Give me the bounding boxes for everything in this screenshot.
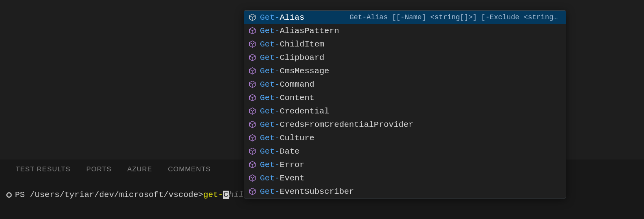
suggest-label: Get-AliasPattern — [260, 26, 339, 35]
suggest-item[interactable]: Get-Clipboard — [244, 51, 566, 64]
suggest-item[interactable]: Get-Credential — [244, 104, 566, 118]
suggest-label: Get-EventSubscriber — [260, 187, 354, 196]
suggest-label: Get-Clipboard — [260, 53, 324, 62]
suggest-item[interactable]: Get-Content — [244, 91, 566, 104]
suggest-label: Get-Error — [260, 160, 304, 169]
suggest-item[interactable]: Get-Date — [244, 145, 566, 158]
panel-tab-comments[interactable]: COMMENTS — [168, 165, 211, 173]
method-icon — [248, 134, 257, 142]
panel-tab-ports[interactable]: PORTS — [86, 165, 111, 173]
suggest-label: Get-Credential — [260, 107, 329, 116]
suggest-item[interactable]: Get-CmsMessage — [244, 64, 566, 78]
suggest-label: Get-Command — [260, 80, 315, 89]
suggest-item[interactable]: Get-AliasPattern — [244, 24, 566, 37]
panel-tab-azure[interactable]: AZURE — [127, 165, 153, 173]
suggest-item[interactable]: Get-Event — [244, 171, 566, 185]
suggest-item[interactable]: Get-AliasGet-Alias [[-Name] <string[]>] … — [244, 11, 566, 24]
suggest-label: Get-Content — [260, 93, 315, 102]
suggest-label: Get-Date — [260, 147, 300, 156]
method-icon — [248, 67, 257, 75]
terminal-cursor: C — [223, 191, 229, 199]
suggest-label: Get-Alias — [260, 13, 304, 22]
method-icon — [248, 147, 257, 156]
method-icon — [248, 80, 257, 89]
terminal-input-typed: get- — [203, 191, 223, 199]
method-icon — [248, 174, 257, 182]
suggest-item[interactable]: Get-ChildItem — [244, 37, 566, 51]
suggest-label: Get-Event — [260, 174, 304, 183]
method-icon — [248, 26, 257, 35]
suggest-list[interactable]: Get-AliasGet-Alias [[-Name] <string[]>] … — [244, 11, 566, 198]
suggest-label: Get-CredsFromCredentialProvider — [260, 120, 414, 129]
suggest-item[interactable]: Get-CredsFromCredentialProvider — [244, 118, 566, 131]
suggest-label: Get-CmsMessage — [260, 67, 329, 76]
method-icon — [248, 53, 257, 62]
suggest-widget: Get-AliasGet-Alias [[-Name] <string[]>] … — [244, 10, 566, 199]
method-icon — [248, 13, 257, 22]
terminal-prompt: PS /Users/tyriar/dev/microsoft/vscode> — [15, 191, 203, 199]
suggest-item[interactable]: Get-EventSubscriber — [244, 185, 566, 198]
method-icon — [248, 120, 257, 129]
suggest-label: Get-ChildItem — [260, 40, 324, 49]
suggest-item[interactable]: Get-Culture — [244, 131, 566, 145]
method-icon — [248, 93, 257, 102]
method-icon — [248, 107, 257, 115]
shell-integration-icon — [6, 192, 12, 198]
method-icon — [248, 40, 257, 48]
method-icon — [248, 187, 257, 196]
panel-tab-test-results[interactable]: TEST RESULTS — [16, 165, 70, 173]
suggest-documentation: Get-Alias [[-Name] <string[]>] [-Exclude… — [350, 13, 562, 21]
suggest-item[interactable]: Get-Error — [244, 158, 566, 171]
suggest-item[interactable]: Get-Command — [244, 78, 566, 91]
suggest-label: Get-Culture — [260, 134, 315, 143]
method-icon — [248, 160, 257, 169]
